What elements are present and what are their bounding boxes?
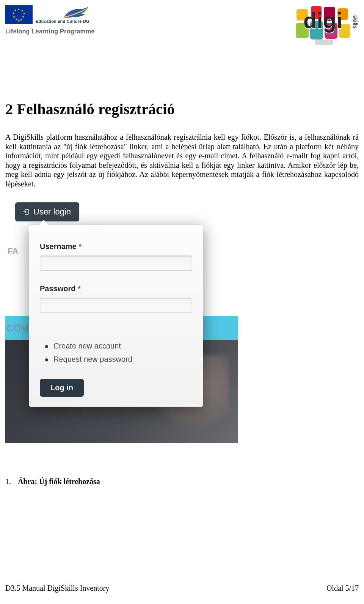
required-asterisk: * xyxy=(78,284,81,293)
login-popup: Username * Password * Create new account… xyxy=(29,224,203,407)
eu-flag-icon: ★★★★★ ★★★★★ xyxy=(5,5,33,24)
username-input[interactable] xyxy=(40,255,192,271)
svg-rect-8 xyxy=(315,39,333,45)
svg-text:digi: digi xyxy=(303,8,342,33)
figure-number: 1. xyxy=(5,477,11,486)
login-arrow-icon xyxy=(22,208,30,216)
edu-culture-label: Education and Culture DG xyxy=(36,19,89,24)
password-input[interactable] xyxy=(40,298,192,313)
page-header: ★★★★★ ★★★★★ Education and Culture DG Lif… xyxy=(5,5,359,58)
figure-label: Ábra: Új fiók létrehozása xyxy=(18,477,100,486)
svg-text:skills: skills xyxy=(352,15,358,28)
request-password-link[interactable]: Request new password xyxy=(45,353,192,366)
figure-caption: 1.Ábra: Új fiók létrehozása xyxy=(5,477,359,486)
bg-fa-text: FA xyxy=(8,246,18,256)
user-login-trigger[interactable]: User login xyxy=(15,202,79,221)
user-login-label: User login xyxy=(33,207,71,217)
section-paragraph: A DigiSkills platform használatához a fe… xyxy=(5,132,359,189)
username-label: Username * xyxy=(40,242,192,251)
login-button[interactable]: Log in xyxy=(40,379,84,397)
bird-swoosh-icon xyxy=(63,6,89,19)
page-footer: D3.5 Manual DigiSkills Inventory Oldal 5… xyxy=(5,584,359,593)
required-asterisk: * xyxy=(78,242,82,251)
footer-left: D3.5 Manual DigiSkills Inventory xyxy=(5,584,109,593)
create-account-link[interactable]: Create new account xyxy=(45,339,192,353)
eu-programme-logo: ★★★★★ ★★★★★ Education and Culture DG Lif… xyxy=(5,5,95,35)
login-screenshot: FA ter COMMUNITY ⌄ User login Username * xyxy=(5,202,238,443)
main-content: 2 Felhasználó regisztráció A DigiSkills … xyxy=(5,58,359,486)
section-heading: 2 Felhasználó regisztráció xyxy=(5,100,359,118)
lifelong-learning-label: Lifelong Learning Programme xyxy=(5,28,95,35)
footer-right: Oldal 5/17 xyxy=(326,584,359,593)
password-label: Password * xyxy=(40,284,192,293)
digiskills-logo: dıgı digi skills xyxy=(293,5,359,48)
